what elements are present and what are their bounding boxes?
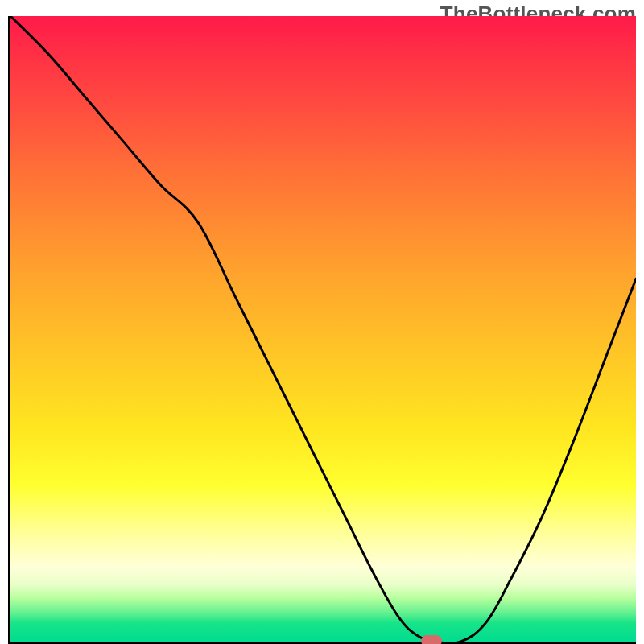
optimal-marker	[421, 635, 442, 644]
gradient-background	[10, 16, 636, 642]
plot-area	[8, 16, 636, 644]
chart-frame: TheBottleneck.com	[0, 0, 644, 644]
